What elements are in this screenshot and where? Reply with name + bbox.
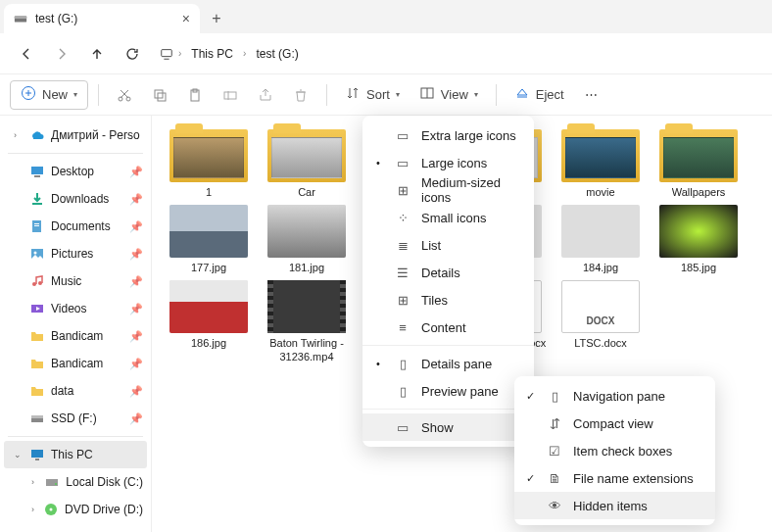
- sidebar-item-desktop[interactable]: Desktop 📌: [0, 158, 151, 185]
- sidebar-item-DVD Drive (D:)[interactable]: › DVD Drive (D:): [0, 496, 151, 523]
- back-button[interactable]: [10, 38, 43, 70]
- breadcrumb[interactable]: › This PC › test (G:): [159, 43, 305, 65]
- menu-item-details pane[interactable]: • ▯ Details pane: [362, 350, 534, 377]
- videos-icon: [29, 301, 45, 316]
- folder-icon: [29, 383, 45, 399]
- sidebar-item-label: Downloads: [51, 192, 109, 206]
- menu-item-content[interactable]: ≡ Content: [362, 314, 534, 341]
- sidebar-item-thispc[interactable]: ⌄ This PC: [4, 441, 147, 468]
- file-item[interactable]: Baton Twirling - 31236.mp4: [260, 280, 354, 363]
- file-item[interactable]: 185.jpg: [651, 205, 746, 274]
- eject-button[interactable]: Eject: [507, 80, 572, 110]
- sidebar-item-pictures[interactable]: Pictures 📌: [0, 240, 151, 267]
- cut-button[interactable]: [109, 80, 140, 110]
- paste-button[interactable]: [179, 80, 211, 110]
- sidebar-item-Local Disk (C:)[interactable]: › Local Disk (C:): [0, 468, 151, 496]
- sidebar-item-music[interactable]: Music 📌: [0, 267, 151, 295]
- file-item[interactable]: 177.jpg: [162, 205, 256, 274]
- rename-button[interactable]: [215, 80, 246, 110]
- sidebar-item-videos[interactable]: Videos 📌: [0, 295, 151, 322]
- file-item[interactable]: Car: [260, 129, 354, 199]
- new-button[interactable]: New ▾: [10, 80, 88, 110]
- menu-item-small icons[interactable]: ⁘ Small icons: [362, 204, 534, 231]
- menu-item-show[interactable]: ▭ Show ›: [362, 413, 534, 441]
- menu-item-file name extensions[interactable]: ✓ 🗎 File name extensions: [514, 464, 715, 492]
- menu-item-details[interactable]: ☰ Details: [362, 259, 534, 286]
- menu-item-preview pane[interactable]: ▯ Preview pane: [362, 377, 534, 405]
- view-icon: [419, 85, 435, 104]
- menu-item-hidden items[interactable]: 👁 Hidden items: [514, 492, 715, 519]
- pin-icon: 📌: [129, 220, 143, 233]
- share-button[interactable]: [250, 80, 281, 110]
- menu-item-label: Medium-sized icons: [421, 175, 518, 205]
- menu-item-tiles[interactable]: ⊞ Tiles: [362, 286, 534, 314]
- file-item[interactable]: 181.jpg: [260, 205, 354, 274]
- folder-icon: [29, 356, 45, 371]
- view-button[interactable]: View ▾: [411, 80, 486, 110]
- menu-item-navigation pane[interactable]: ✓ ▯ Navigation pane: [514, 382, 715, 410]
- svg-point-27: [55, 483, 57, 485]
- drive-icon: [14, 12, 27, 25]
- sidebar-item-label: Videos: [51, 302, 86, 315]
- delete-button[interactable]: [285, 80, 316, 110]
- sidebar-item-label: Bandicam: [51, 329, 103, 343]
- view-option-icon: ▭: [394, 128, 411, 143]
- menu-item-large icons[interactable]: • ▭ Large icons: [362, 149, 534, 176]
- file-item[interactable]: movie: [554, 129, 648, 199]
- sidebar-item-label: Pictures: [51, 247, 93, 261]
- sidebar-item-label: Дмитрий - Perso: [51, 128, 140, 142]
- file-item[interactable]: 184.jpg: [554, 205, 648, 274]
- tab-title: test (G:): [35, 12, 174, 25]
- file-name: 1: [206, 186, 212, 199]
- crumb-thispc[interactable]: This PC: [185, 43, 239, 65]
- chevron-right-icon: ›: [14, 130, 24, 140]
- refresh-button[interactable]: [116, 38, 149, 70]
- pin-icon: 📌: [129, 193, 143, 206]
- menu-item-label: Content: [421, 320, 518, 335]
- new-tab-button[interactable]: +: [200, 4, 233, 33]
- menu-item-medium-sized icons[interactable]: ⊞ Medium-sized icons: [362, 176, 534, 204]
- sidebar-item-ssd (f:)[interactable]: SSD (F:) 📌: [0, 405, 151, 432]
- menu-item-item check boxes[interactable]: ☑ Item check boxes: [514, 437, 715, 464]
- forward-button[interactable]: [45, 38, 78, 70]
- separator: [8, 436, 143, 437]
- file-name: LTSC.docx: [574, 337, 627, 350]
- file-item[interactable]: LTSC.docx: [554, 280, 648, 363]
- check-icon: ✓: [524, 390, 536, 403]
- more-button[interactable]: ⋯: [576, 80, 607, 110]
- sidebar-item-bandicam[interactable]: Bandicam 📌: [0, 322, 151, 350]
- menu-item-label: Preview pane: [421, 384, 518, 399]
- view-option-icon: ▭: [394, 156, 411, 170]
- svg-rect-12: [31, 167, 43, 174]
- sidebar: › Дмитрий - Perso Desktop 📌 Downloads 📌 …: [0, 116, 152, 532]
- pin-icon: 📌: [129, 385, 143, 398]
- pin-icon: 📌: [129, 358, 143, 370]
- view-option-icon: ≣: [394, 238, 411, 253]
- sidebar-item-downloads[interactable]: Downloads 📌: [0, 185, 151, 213]
- new-label: New: [42, 87, 68, 102]
- file-item[interactable]: 1: [162, 129, 256, 199]
- crumb-drive[interactable]: test (G:): [250, 43, 304, 65]
- up-button[interactable]: [80, 38, 114, 70]
- sort-button[interactable]: Sort ▾: [337, 80, 408, 110]
- chevron-down-icon: ▾: [73, 90, 77, 99]
- sidebar-item-label: SSD (F:): [51, 411, 97, 425]
- menu-item-extra large icons[interactable]: ▭ Extra large icons: [362, 121, 534, 149]
- pictures-icon: [29, 246, 45, 262]
- menu-item-list[interactable]: ≣ List: [362, 231, 534, 259]
- menu-item-label: Item check boxes: [573, 444, 700, 459]
- sidebar-item-user[interactable]: › Дмитрий - Perso: [0, 121, 151, 149]
- chevron-down-icon: ▾: [474, 90, 478, 99]
- sidebar-item-bandicam[interactable]: Bandicam 📌: [0, 350, 151, 377]
- disk-icon: [44, 474, 60, 490]
- file-item[interactable]: Wallpapers: [651, 129, 746, 199]
- menu-item-compact view[interactable]: ⇵ Compact view: [514, 410, 715, 437]
- separator: [496, 84, 497, 106]
- chevron-down-icon: ⌄: [14, 450, 24, 459]
- sidebar-item-data[interactable]: data 📌: [0, 377, 151, 405]
- sidebar-item-documents[interactable]: Documents 📌: [0, 213, 151, 240]
- copy-button[interactable]: [144, 80, 175, 110]
- tab[interactable]: test (G:) ×: [4, 4, 200, 33]
- file-item[interactable]: 186.jpg: [162, 280, 256, 363]
- close-icon[interactable]: ×: [182, 11, 190, 26]
